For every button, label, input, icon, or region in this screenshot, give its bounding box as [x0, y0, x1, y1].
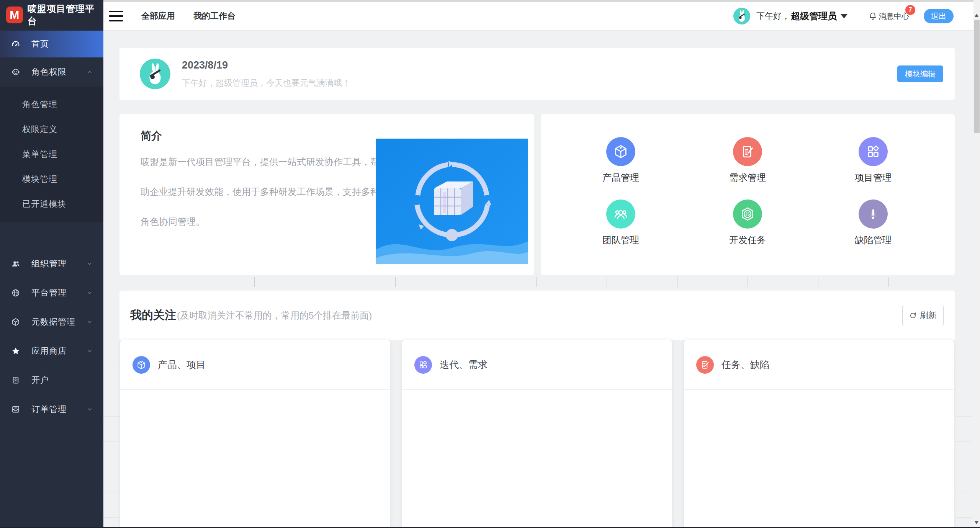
chevron-down-icon [87, 406, 93, 412]
js-hexagon-icon: JS [733, 199, 762, 229]
brand-header: M 唛盟项目管理平台 [0, 0, 103, 30]
intro-title: 简介 [141, 129, 162, 143]
message-center-label: 消息中心 [879, 11, 909, 21]
sidebar-subitem-label: 已开通模块 [22, 198, 66, 210]
cube-icon [606, 137, 635, 166]
chevron-down-icon [87, 319, 93, 325]
module-product-management[interactable]: 产品管理 [582, 137, 659, 184]
follow-card-header: 产品、项目 [120, 340, 390, 390]
welcome-card: 2023/8/19 下午好，超级管理员，今天也要元气满满哦！ 模块编辑 [119, 48, 955, 100]
module-label: 项目管理 [855, 172, 892, 184]
sidebar-subitem-module-management[interactable]: 模块管理 [0, 167, 103, 191]
logout-button[interactable]: 退出 [924, 9, 954, 23]
document-pencil-icon [696, 356, 714, 374]
document-pencil-icon [733, 137, 762, 166]
sidebar-subitem-label: 权限定义 [22, 124, 57, 135]
module-requirement-management[interactable]: 需求管理 [709, 137, 786, 184]
follow-card-tasks-defects: 任务、缺陷 [684, 340, 954, 528]
intro-paragraph: 唛盟是新一代项目管理平台，提供一站式研发协作工具，帮助企业提升研发效能，使用于多… [141, 147, 386, 237]
tab-my-workbench[interactable]: 我的工作台 [193, 10, 236, 22]
sidebar-item-home[interactable]: 首页 [0, 31, 103, 57]
scrollbar-down-arrow-icon[interactable] [975, 521, 978, 524]
tab-all-apps[interactable]: 全部应用 [141, 10, 175, 22]
welcome-message: 下午好，超级管理员，今天也要元气满满哦！ [182, 77, 350, 89]
module-label: 需求管理 [729, 172, 766, 184]
sidebar-item-metadata[interactable]: 元数据管理 [0, 307, 103, 337]
follow-card-title: 迭代、需求 [440, 358, 488, 371]
cube-icon [133, 356, 150, 374]
exclamation-icon [859, 199, 888, 229]
svg-text:JS: JS [745, 212, 750, 216]
refresh-icon [909, 312, 917, 319]
user-greeting[interactable]: 下午好，超级管理员 [756, 10, 847, 22]
chevron-down-icon [87, 261, 93, 267]
refresh-button[interactable]: 刷新 [902, 305, 944, 326]
message-badge: 7 [905, 5, 915, 15]
module-project-management[interactable]: 项目管理 [835, 137, 911, 184]
follow-card-iterations-requirements: 迭代、需求 [402, 340, 672, 528]
follow-card-header: 迭代、需求 [402, 340, 672, 390]
scrollbar-up-arrow-icon[interactable] [975, 14, 978, 17]
module-label: 开发任务 [729, 234, 766, 246]
main-content: 2023/8/19 下午好，超级管理员，今天也要元气满满哦！ 模块编辑 简介 唛… [103, 30, 972, 528]
welcome-texts: 2023/8/19 下午好，超级管理员，今天也要元气满满哦！ [182, 59, 350, 89]
module-defect-management[interactable]: 缺陷管理 [835, 199, 911, 246]
message-center[interactable]: 消息中心 7 [869, 11, 909, 21]
grid-tick-guides [184, 277, 970, 287]
brand-logo: M [6, 7, 23, 23]
sidebar-item-organization[interactable]: 组织管理 [0, 249, 103, 278]
module-dev-tasks[interactable]: JS 开发任务 [709, 199, 786, 246]
sidebar-item-roles[interactable]: 角色权限 [0, 57, 103, 87]
sidebar-item-label: 首页 [31, 38, 49, 50]
sidebar-item-label: 组织管理 [31, 258, 67, 270]
hamburger-menu-icon[interactable] [109, 11, 123, 21]
user-avatar[interactable] [733, 8, 750, 25]
modules-card: 产品管理 需求管理 [541, 114, 955, 275]
sidebar-item-label: 平台管理 [31, 287, 67, 299]
follow-card-title: 任务、缺陷 [722, 358, 769, 371]
components-icon [414, 356, 432, 374]
brand-title: 唛盟项目管理平台 [28, 3, 103, 27]
sidebar-item-label: 订单管理 [31, 404, 67, 415]
sidebar-submenu-roles: 角色管理 权限定义 菜单管理 模块管理 已开通模块 [0, 87, 103, 222]
sidebar-subitem-opened-modules[interactable]: 已开通模块 [0, 191, 103, 216]
follow-section-header: 我的关注 (及时取消关注不常用的，常用的5个排在最前面) 刷新 [119, 291, 955, 340]
module-label: 团队管理 [602, 234, 639, 246]
chevron-down-icon [87, 290, 93, 296]
sidebar-item-appstore[interactable]: 应用商店 [0, 337, 103, 366]
topbar-right-cluster: 下午好，超级管理员 消息中心 7 退出 [733, 8, 973, 25]
module-team-management[interactable]: 团队管理 [582, 199, 659, 246]
dashboard-icon [11, 39, 21, 49]
app-window: M 唛盟项目管理平台 首页 [0, 0, 980, 528]
chevron-down-icon [87, 348, 93, 354]
intro-illustration [376, 139, 528, 264]
star-icon [11, 346, 21, 356]
sidebar-item-orders[interactable]: 订单管理 [0, 395, 103, 424]
sidebar-subitem-menu-management[interactable]: 菜单管理 [0, 142, 103, 167]
sidebar-subitem-label: 模块管理 [22, 173, 57, 185]
welcome-avatar [140, 59, 170, 89]
follow-card-title: 产品、项目 [158, 358, 206, 371]
follow-card-header: 任务、缺陷 [684, 340, 954, 390]
greeting-prefix: 下午好， [756, 10, 790, 22]
sidebar-subitem-role-management[interactable]: 角色管理 [0, 92, 103, 117]
module-edit-button[interactable]: 模块编辑 [897, 65, 943, 82]
components-icon [859, 137, 888, 166]
brand-logo-letter: M [10, 8, 19, 21]
sidebar-item-platform[interactable]: 平台管理 [0, 278, 103, 307]
follow-card-products-projects: 产品、项目 [120, 340, 390, 528]
topbar: 全部应用 我的工作台 下午好，超级管理员 [103, 0, 973, 30]
grid-row-guides-left [103, 341, 119, 524]
sidebar-subitem-label: 角色管理 [22, 99, 57, 110]
people-icon [11, 259, 21, 269]
cube-icon [11, 317, 21, 327]
scrollbar-thumb[interactable] [974, 20, 980, 133]
sidebar-item-account-opening[interactable]: 开户 [0, 366, 103, 395]
vertical-scrollbar[interactable] [973, 0, 980, 528]
caret-down-icon [841, 14, 847, 18]
inbox-tray-icon [11, 404, 21, 414]
intro-card: 简介 唛盟是新一代项目管理平台，提供一站式研发协作工具，帮助企业提升研发效能，使… [119, 114, 534, 275]
sidebar-item-label: 元数据管理 [31, 316, 75, 328]
sidebar-subitem-label: 菜单管理 [22, 149, 57, 160]
sidebar-subitem-permission-definition[interactable]: 权限定义 [0, 117, 103, 142]
